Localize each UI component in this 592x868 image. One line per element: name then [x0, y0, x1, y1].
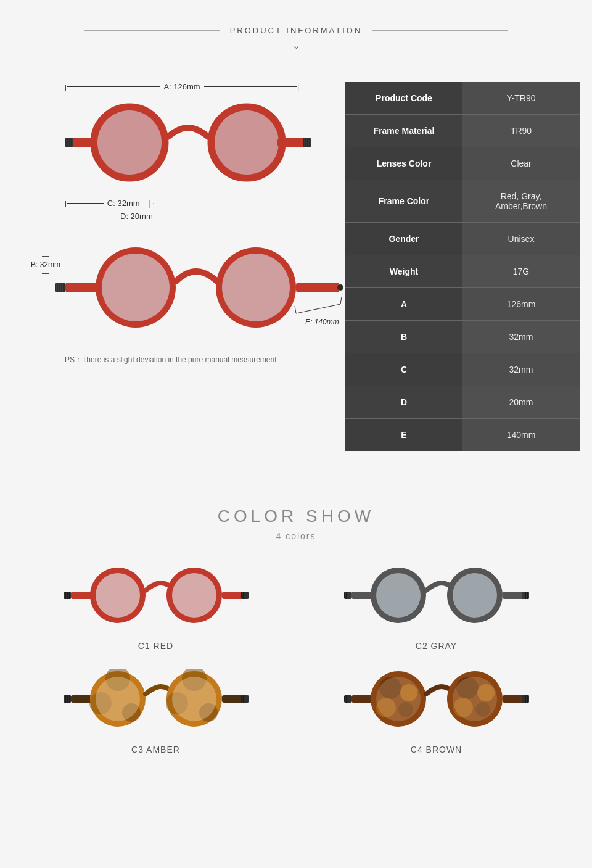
glasses-c1-svg	[64, 566, 249, 634]
dimension-c-label: C: 32mm	[104, 199, 144, 208]
diagram-top: | A: 126mm |	[31, 82, 327, 221]
table-row: A 126mm	[345, 288, 580, 321]
bracket-c: |←	[149, 199, 159, 208]
spec-label: A	[345, 288, 462, 321]
glasses-top-view	[65, 94, 327, 192]
svg-text:E: 140mm: E: 140mm	[305, 318, 339, 326]
svg-line-29	[295, 306, 296, 313]
color-item-c4: C4 BROWN	[305, 669, 567, 754]
color-label-c2: C2 GRAY	[416, 641, 457, 651]
diagram-side: — B: 32mm —	[31, 233, 327, 344]
svg-point-74	[96, 677, 140, 721]
header-line-right	[372, 30, 508, 31]
header-chevron: ⌄	[0, 39, 592, 51]
specs-table: Product Code Y-TR90 Frame Material TR90 …	[345, 82, 580, 451]
spec-label: Gender	[345, 223, 462, 255]
color-label-c1: C1 RED	[138, 641, 173, 651]
color-count: 4 colors	[25, 531, 567, 541]
table-row: B 32mm	[345, 321, 580, 353]
glasses-c2-svg	[344, 566, 529, 634]
color-show-section: COLOR SHOW 4 colors	[0, 469, 592, 779]
spec-label: Frame Material	[345, 115, 462, 147]
spec-value: Unisex	[462, 223, 580, 255]
svg-point-39	[96, 573, 140, 618]
spec-label: D	[345, 386, 462, 419]
color-label-c3: C3 AMBER	[131, 745, 180, 754]
color-item-c1: C1 RED	[25, 566, 287, 651]
b-label-text: B: 32mm	[31, 260, 60, 269]
table-row: Frame Color Red, Gray, Amber,Brown	[345, 180, 580, 223]
svg-point-103	[453, 677, 497, 721]
tick-right: |	[297, 83, 299, 91]
svg-rect-37	[71, 592, 92, 599]
product-info-header: PRODUCT INFORMATION ⌄	[0, 0, 592, 64]
svg-point-27	[337, 284, 343, 291]
spec-value: Clear	[462, 147, 580, 180]
svg-rect-80	[222, 695, 244, 703]
spec-label: B	[345, 321, 462, 353]
table-row: Weight 17G	[345, 255, 580, 288]
glasses-side-svg: E: 140mm	[49, 233, 345, 344]
spec-value: 32mm	[462, 321, 580, 353]
svg-line-30	[340, 297, 342, 304]
header-title: PRODUCT INFORMATION	[230, 26, 363, 35]
svg-rect-26	[296, 283, 339, 292]
spec-value: 17G	[462, 255, 580, 288]
arrow-line-a: | A: 126mm |	[65, 82, 299, 91]
table-row: C 32mm	[345, 353, 580, 386]
svg-point-79	[172, 677, 216, 721]
h-line-right	[204, 86, 298, 87]
dimension-a-label: A: 126mm	[160, 82, 204, 91]
glasses-c3-svg	[64, 669, 249, 737]
svg-point-97	[376, 677, 421, 721]
color-grid: C1 RED C2 G	[25, 566, 567, 754]
b-dimension-indicator: — B: 32mm —	[31, 252, 60, 278]
table-row: E 140mm	[345, 419, 580, 452]
svg-point-23	[102, 254, 170, 321]
svg-point-57	[453, 573, 497, 618]
specs-table-container: Product Code Y-TR90 Frame Material TR90 …	[345, 82, 580, 451]
svg-point-41	[172, 573, 216, 618]
bottom-labels: | C: 32mm |← D: 20mm	[65, 199, 327, 221]
header-line-left	[84, 30, 220, 31]
glasses-front-svg	[65, 94, 311, 192]
main-section: | A: 126mm |	[0, 64, 592, 469]
spec-value: 126mm	[462, 288, 580, 321]
table-row: Frame Material TR90	[345, 115, 580, 147]
spec-label: Frame Color	[345, 180, 462, 223]
spec-label: Lenses Color	[345, 147, 462, 180]
spec-value: 140mm	[462, 419, 580, 452]
table-row: Gender Unisex	[345, 223, 580, 255]
spec-label: E	[345, 419, 462, 452]
width-arrow: | A: 126mm |	[65, 82, 327, 91]
color-item-c3: C3 AMBER	[25, 669, 287, 754]
spec-label: Weight	[345, 255, 462, 288]
color-label-c4: C4 BROWN	[411, 745, 462, 754]
dimension-d-label: D: 20mm	[120, 212, 327, 221]
svg-rect-91	[352, 695, 373, 703]
cd-label-c: | C: 32mm |←	[65, 199, 327, 208]
color-item-c2: C2 GRAY	[305, 566, 567, 651]
svg-point-55	[376, 573, 421, 618]
spec-label: C	[345, 353, 462, 386]
svg-point-9	[215, 110, 279, 175]
svg-rect-42	[222, 592, 244, 599]
table-row: Product Code Y-TR90	[345, 82, 580, 115]
b-top-tick: —	[42, 252, 49, 260]
table-row: D 20mm	[345, 386, 580, 419]
svg-rect-53	[352, 592, 373, 599]
spec-value: Y-TR90	[462, 82, 580, 115]
color-show-title: COLOR SHOW	[25, 506, 567, 526]
svg-point-7	[97, 110, 162, 175]
spec-value: TR90	[462, 115, 580, 147]
b-bottom-tick: —	[42, 269, 49, 278]
svg-line-28	[296, 304, 340, 313]
h-line-left	[67, 86, 160, 87]
spec-label: Product Code	[345, 82, 462, 115]
svg-rect-69	[71, 695, 92, 703]
spec-value: Red, Gray, Amber,Brown	[462, 180, 580, 223]
svg-point-25	[222, 254, 290, 321]
glasses-c4-svg	[344, 669, 529, 737]
svg-rect-58	[503, 592, 524, 599]
ps-note: PS：There is a slight deviation in the pu…	[65, 354, 327, 365]
